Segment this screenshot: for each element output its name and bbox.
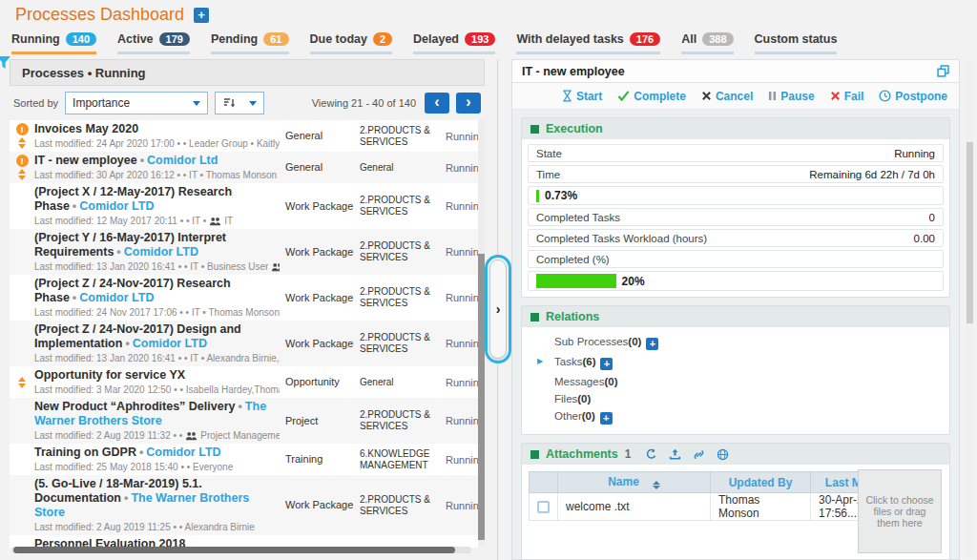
completed-tasks-row: Completed Tasks 0 xyxy=(528,208,944,226)
process-row[interactable]: (Project Z / 24-Nov-2017) Research Phase… xyxy=(10,275,478,321)
process-category: General xyxy=(360,162,446,174)
bullet-separator: • xyxy=(122,337,132,350)
action-pause-button[interactable]: Pause xyxy=(768,90,814,103)
attachment-row[interactable]: welcome .txtThomas Monson30-Apr-2020 17:… xyxy=(530,493,914,521)
right-vertical-scrollbar[interactable] xyxy=(967,61,973,558)
refresh-icon[interactable] xyxy=(645,448,657,461)
action-complete-button[interactable]: Complete xyxy=(617,90,686,103)
relation-messages[interactable]: Messages(0) xyxy=(522,373,949,390)
company-link[interactable]: Comidor LTD xyxy=(146,446,220,459)
left-horizontal-scrollbar[interactable] xyxy=(11,547,471,553)
action-cancel-button[interactable]: Cancel xyxy=(701,90,753,103)
bullet-separator: • xyxy=(70,291,79,304)
priority-cell xyxy=(10,376,34,388)
relations-header: Relations xyxy=(522,306,949,327)
updated-by: Thomas Monson xyxy=(711,493,811,521)
process-title: New Product “Aphrodites” Delivery•The Wa… xyxy=(34,400,280,428)
attachments-table: NameUpdated ByLast Modified welcome .txt… xyxy=(529,471,914,521)
sort-order-select[interactable] xyxy=(215,92,264,114)
tab-delayed[interactable]: Delayed193 xyxy=(413,32,495,54)
tab-bar: Running140Active179Pending61Due today2De… xyxy=(11,32,977,54)
viewing-label: Viewing 21 - 40 of 140 xyxy=(312,97,416,109)
expander-icon[interactable]: ▶ xyxy=(537,357,543,365)
process-row[interactable]: New Product “Aphrodites” Delivery•The Wa… xyxy=(10,398,478,444)
action-postpone-button[interactable]: Postpone xyxy=(879,90,947,103)
process-row[interactable]: Opportunity for service YXLast modified:… xyxy=(10,366,478,398)
process-type: Training xyxy=(285,453,360,466)
add-process-button[interactable]: + xyxy=(194,8,209,23)
company-link[interactable]: Comidor Ltd xyxy=(147,154,218,167)
process-status: Running xyxy=(446,131,478,142)
add-button[interactable]: + xyxy=(600,358,613,370)
pause-icon xyxy=(768,91,777,101)
completed-progress-row: 20% xyxy=(528,271,944,291)
process-title-text: IT - new employee xyxy=(34,154,137,167)
tab-running[interactable]: Running140 xyxy=(11,32,96,54)
completed-progress-label: 20% xyxy=(622,275,645,288)
process-row[interactable]: (Project Y / 16-May-2017) Interpret Requ… xyxy=(10,229,478,275)
process-row[interactable]: !IT - new employee•Comidor LtdLast modif… xyxy=(10,152,478,183)
tab-due-today[interactable]: Due today2 xyxy=(310,32,393,54)
action-label: Pause xyxy=(780,90,814,103)
action-fail-button[interactable]: Fail xyxy=(830,90,864,103)
state-value: Running xyxy=(894,148,935,159)
process-row[interactable]: (Project X / 12-May-2017) Research Phase… xyxy=(10,183,478,229)
sort-field-select[interactable]: Importance xyxy=(65,92,208,114)
relation-sub-processes[interactable]: Sub Processes(0)+ xyxy=(522,333,949,353)
attachments-header: Attachments 1 xyxy=(522,444,949,465)
add-button[interactable]: + xyxy=(646,338,658,350)
action-start-button[interactable]: Start xyxy=(562,90,602,103)
file-dropzone[interactable]: Click to choose files or drag them here xyxy=(858,469,942,553)
process-category: 2.PRODUCTS & SERVICES xyxy=(360,286,446,309)
next-page-button[interactable]: › xyxy=(456,93,481,114)
add-button[interactable]: + xyxy=(600,412,613,425)
process-row[interactable]: (5. Go-Live / 18-Mar-2019) 5.1. Document… xyxy=(10,475,478,535)
process-title: (Project Y / 16-May-2017) Interpret Requ… xyxy=(34,231,280,259)
column-header-name[interactable]: Name xyxy=(558,472,711,493)
priority-up-arrow-icon xyxy=(18,169,26,174)
prev-page-button[interactable]: ‹ xyxy=(425,93,449,114)
globe-icon[interactable] xyxy=(717,448,729,461)
bullet-separator: • xyxy=(137,154,147,167)
tab-active[interactable]: Active179 xyxy=(117,32,190,54)
checkbox-cell xyxy=(530,493,558,521)
tab-count-badge: 2 xyxy=(373,32,392,46)
tab-pending[interactable]: Pending61 xyxy=(211,32,289,54)
action-label: Fail xyxy=(844,90,864,103)
last-modified-text: Last modified: 24 Apr 2020 17:00 • • Lea… xyxy=(34,138,280,150)
process-title: (Project Z / 24-Nov-2017) Design and Imp… xyxy=(34,322,280,351)
time-progress-row: 0.73% xyxy=(528,186,944,205)
process-title-text: Training on GDPR xyxy=(34,446,136,459)
relation-tasks[interactable]: ▶Tasks(6)+ xyxy=(522,353,949,373)
detail-titlebar: IT - new employee xyxy=(512,60,959,83)
tab-with-delayed-tasks[interactable]: With delayed tasks176 xyxy=(516,32,660,54)
priority-cell: ! xyxy=(10,155,34,180)
process-row[interactable]: !Invoices May 2020Last modified: 24 Apr … xyxy=(10,120,478,152)
company-link[interactable]: Comidor LTD xyxy=(79,291,154,304)
tab-label: All xyxy=(681,32,696,46)
bullet-separator: • xyxy=(121,491,131,505)
process-main: (Project Y / 16-May-2017) Interpret Requ… xyxy=(34,231,285,273)
attach-link-icon[interactable] xyxy=(693,448,705,461)
company-link[interactable]: Comidor LTD xyxy=(124,245,198,259)
row-checkbox[interactable] xyxy=(537,501,550,513)
checkbox-column-header xyxy=(530,472,558,493)
action-label: Cancel xyxy=(716,90,753,103)
action-label: Start xyxy=(576,90,602,103)
popout-icon[interactable] xyxy=(937,65,949,77)
tab-all[interactable]: All388 xyxy=(681,32,733,54)
company-link[interactable]: Comidor LTD xyxy=(133,337,207,350)
left-vertical-scrollbar[interactable] xyxy=(478,120,485,547)
column-header-updated-by[interactable]: Updated By xyxy=(711,472,811,493)
upload-icon[interactable] xyxy=(669,448,681,461)
relation-files[interactable]: Files(0) xyxy=(522,390,949,407)
tab-custom-status[interactable]: Custom status xyxy=(755,32,838,54)
process-status: Running xyxy=(446,415,478,426)
company-link[interactable]: Comidor LTD xyxy=(79,199,154,213)
panel-collapse-handle[interactable]: › xyxy=(489,259,507,359)
group-names: Project Management,Software Development xyxy=(200,430,280,442)
process-row[interactable]: (Project Z / 24-Nov-2017) Design and Imp… xyxy=(10,321,478,366)
relation-other[interactable]: Other(0)+ xyxy=(522,407,949,427)
process-row[interactable]: Training on GDPR•Comidor LTDLast modifie… xyxy=(10,444,478,475)
bullet-separator: • xyxy=(136,446,146,459)
